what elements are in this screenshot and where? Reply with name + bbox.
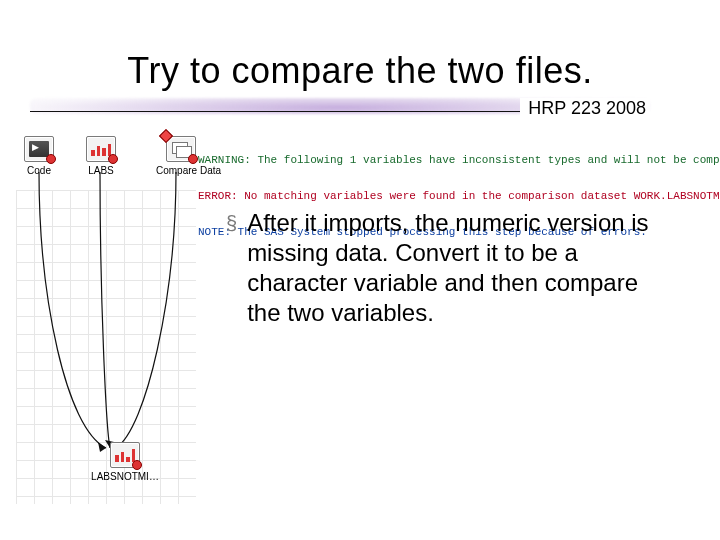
course-tag: HRP 223 2008 xyxy=(520,98,650,121)
node-labs-label: LABS xyxy=(82,165,120,176)
log-warning-line: WARNING: The following 1 variables have … xyxy=(198,154,720,166)
slide-title: Try to compare the two files. xyxy=(0,50,720,92)
node-code-label: Code xyxy=(20,165,58,176)
dataset-icon xyxy=(86,136,116,162)
process-flow-diagram: Code LABS Compare Data LABSNOTMI… xyxy=(16,128,196,504)
node-compare: Compare Data xyxy=(156,136,206,176)
node-compare-label: Compare Data xyxy=(156,165,206,176)
compare-icon xyxy=(166,136,196,162)
program-icon xyxy=(24,136,54,162)
node-code: Code xyxy=(20,136,58,176)
bullet-marker: § xyxy=(226,208,237,328)
log-error-line: ERROR: No matching variables were found … xyxy=(198,190,720,202)
node-output-label: LABSNOTMI… xyxy=(90,471,160,482)
node-labs: LABS xyxy=(82,136,120,176)
bullet-item: § After it imports, the numeric version … xyxy=(226,208,656,328)
slide-root: Try to compare the two files. HRP 223 20… xyxy=(0,0,720,540)
dataset-icon xyxy=(110,442,140,468)
bullet-text: After it imports, the numeric version is… xyxy=(247,208,656,328)
node-output: LABSNOTMI… xyxy=(90,442,160,482)
